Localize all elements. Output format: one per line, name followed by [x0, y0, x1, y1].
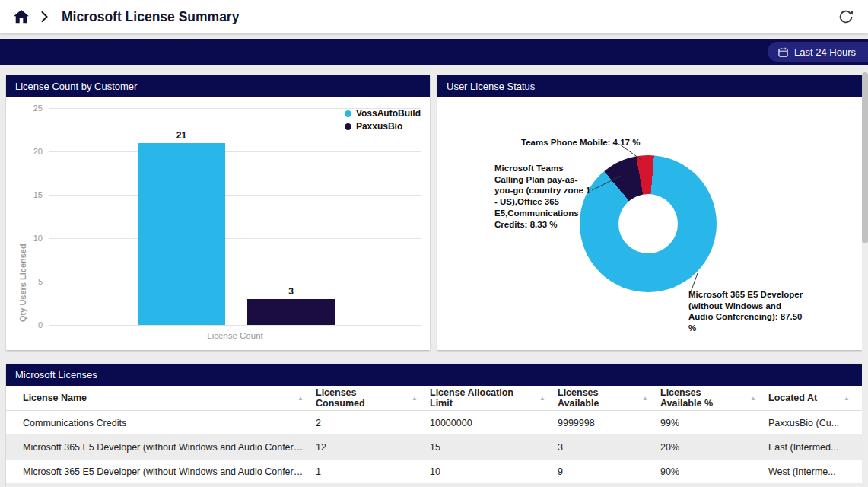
page-title: Microsoft License Summary — [62, 9, 239, 25]
calendar-icon — [778, 47, 788, 57]
sort-icon: ▲ — [750, 395, 756, 402]
gridline — [49, 238, 421, 239]
bar-vossautobuild[interactable]: 21 — [138, 143, 225, 325]
gridline — [49, 282, 421, 282]
donut-chart: Teams Phone Mobile: 4.17 % Microsoft Tea… — [437, 97, 862, 350]
panel-title: License Count by Customer — [6, 75, 430, 97]
legend-label: PaxxusBio — [356, 121, 402, 132]
table-row[interactable]: Communications Credits 2 10000000 999999… — [6, 411, 862, 435]
legend-dot — [345, 110, 351, 117]
table-header-row: License Name▲ Licenses Consumed▲ License… — [6, 386, 862, 411]
table-cell: 9 — [558, 466, 660, 477]
table-row[interactable]: Microsoft 365 E5 Developer (without Wind… — [6, 435, 862, 460]
bar-value-label: 3 — [288, 286, 294, 297]
y-tick: 20 — [6, 147, 43, 156]
table-cell: 90% — [660, 466, 768, 477]
top-bar: Microsoft License Summary — [0, 0, 868, 33]
table-cell: 10000000 — [430, 418, 558, 428]
gridline — [49, 195, 421, 196]
table-cell: East (Intermed... — [768, 442, 862, 453]
panel-title: User License Status — [437, 75, 862, 97]
time-range-button[interactable]: Last 24 Hours — [768, 42, 868, 62]
vertical-scrollbar — [862, 65, 868, 487]
home-icon[interactable] — [14, 10, 29, 24]
y-tick: 25 — [6, 103, 43, 113]
table-cell: PaxxusBio (Cu... — [768, 418, 862, 428]
panel-user-license-status: User License Status Teams Phone Mobile: … — [437, 75, 862, 350]
table-cell: 9999998 — [558, 418, 660, 428]
donut-ring[interactable] — [580, 155, 717, 292]
table-cell: 3 — [558, 442, 660, 453]
sort-icon: ▲ — [844, 395, 850, 402]
column-header-licenses-available-pct[interactable]: Licenses Available %▲ — [660, 387, 768, 409]
bar-value-label: 21 — [176, 130, 186, 141]
sort-icon: ▲ — [412, 395, 418, 402]
table-cell: 99% — [660, 418, 768, 428]
table-row-partial — [6, 484, 862, 487]
y-axis-label: Qty Users Licensed — [18, 244, 27, 322]
table-row[interactable]: Microsoft 365 E5 Developer (without Wind… — [6, 460, 862, 484]
table-cell: 1 — [316, 466, 430, 477]
legend-item-vossautobuild[interactable]: VossAutoBuild — [345, 108, 421, 119]
bar-chart: VossAutoBuild PaxxusBio 25 20 15 10 5 0 — [6, 97, 430, 350]
column-header-licenses-consumed[interactable]: Licenses Consumed▲ — [316, 387, 430, 409]
chevron-right-icon — [41, 11, 48, 22]
annotation-teams-calling-plan: Microsoft Teams Calling Plan pay-as-you-… — [494, 163, 592, 230]
panel-license-count-by-customer: License Count by Customer VossAutoBuild … — [6, 75, 430, 350]
scrollbar-thumb[interactable] — [862, 72, 868, 244]
column-header-licenses-available[interactable]: Licenses Available▲ — [558, 387, 660, 409]
column-header-located-at[interactable]: Located At▲ — [768, 393, 862, 403]
gridline — [49, 151, 421, 152]
table-cell: West (Interme... — [768, 466, 862, 477]
dashboard-content: License Count by Customer VossAutoBuild … — [0, 65, 868, 487]
legend-item-paxxusbio[interactable]: PaxxusBio — [345, 121, 421, 132]
column-header-license-name[interactable]: License Name▲ — [23, 393, 316, 403]
x-axis-label: License Count — [49, 331, 421, 340]
column-header-license-allocation-limit[interactable]: License Allocation Limit▲ — [430, 387, 558, 409]
sort-icon: ▲ — [297, 395, 304, 402]
table-cell: Microsoft 365 E5 Developer (without Wind… — [23, 442, 316, 453]
y-tick: 15 — [6, 190, 43, 199]
refresh-icon[interactable] — [838, 8, 854, 25]
table-cell: Communications Credits — [23, 418, 316, 428]
y-tick: 10 — [6, 234, 43, 243]
table-cell: 15 — [430, 442, 558, 453]
panel-microsoft-licenses: Microsoft Licenses License Name▲ License… — [6, 364, 862, 487]
table-cell: 10 — [430, 466, 558, 477]
gridline — [49, 325, 421, 326]
sort-icon: ▲ — [642, 395, 648, 402]
table-cell: Microsoft 365 E5 Developer (without Wind… — [23, 466, 316, 477]
legend-dot — [345, 123, 351, 130]
bar-plot-area: 21 3 — [49, 108, 421, 325]
annotation-teams-phone-mobile: Teams Phone Mobile: 4.17 % — [521, 137, 640, 148]
chart-legend: VossAutoBuild PaxxusBio — [345, 108, 421, 132]
table-cell: 12 — [316, 442, 430, 453]
table-cell: 2 — [316, 418, 430, 428]
time-range-label: Last 24 Hours — [794, 46, 856, 58]
annotation-m365-e5-developer: Microsoft 365 E5 Developer (without Wind… — [688, 289, 804, 334]
filter-toolbar: Last 24 Hours — [0, 39, 868, 65]
donut-hole — [618, 194, 678, 253]
sort-icon: ▲ — [539, 395, 545, 402]
table-cell: 20% — [660, 442, 768, 453]
legend-label: VossAutoBuild — [356, 108, 421, 119]
panel-title: Microsoft Licenses — [6, 364, 862, 386]
bar-paxxusbio[interactable]: 3 — [247, 299, 335, 325]
